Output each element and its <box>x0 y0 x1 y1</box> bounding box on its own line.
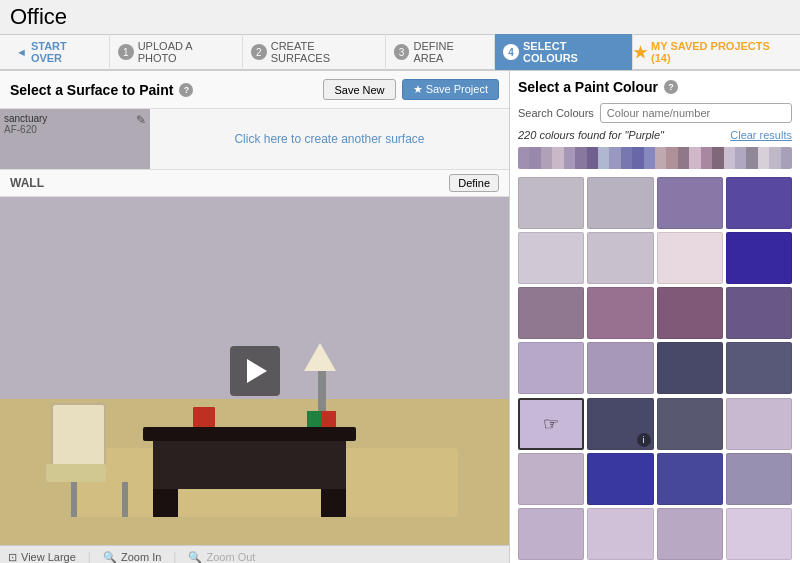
color-strip-segment[interactable] <box>735 147 746 169</box>
color-swatch[interactable] <box>726 508 792 560</box>
color-swatch[interactable] <box>657 177 723 229</box>
star-icon: ★ <box>633 43 647 62</box>
wall-row: WALL Define <box>0 170 509 197</box>
color-strip-segment[interactable] <box>587 147 598 169</box>
color-swatch[interactable] <box>657 453 723 505</box>
color-strip-segment[interactable] <box>724 147 735 169</box>
color-swatch[interactable] <box>518 342 584 394</box>
color-strip-segment[interactable] <box>575 147 586 169</box>
color-strip-segment[interactable] <box>644 147 655 169</box>
color-swatch[interactable] <box>587 232 653 284</box>
color-strip-segment[interactable] <box>621 147 632 169</box>
colour-help-icon[interactable]: ? <box>664 80 678 94</box>
color-strip-segment[interactable] <box>712 147 723 169</box>
color-strip-segment[interactable] <box>552 147 563 169</box>
color-strip-segment[interactable] <box>529 147 540 169</box>
view-large-button[interactable]: ⊡ View Large <box>8 551 76 564</box>
color-swatch[interactable] <box>657 287 723 339</box>
color-strip-segment[interactable] <box>541 147 552 169</box>
play-button[interactable] <box>230 346 280 396</box>
chair-seat <box>46 464 106 482</box>
color-swatch[interactable] <box>726 287 792 339</box>
wall-label: WALL <box>10 176 441 190</box>
surface-section-title: Select a Surface to Paint ? <box>10 82 193 98</box>
step4-label: SELECT COLOURS <box>523 40 624 64</box>
color-strip <box>518 147 792 169</box>
color-swatch[interactable] <box>518 287 584 339</box>
color-swatch[interactable] <box>726 453 792 505</box>
chair-back <box>51 403 106 468</box>
color-strip-segment[interactable] <box>564 147 575 169</box>
clear-results-button[interactable]: Clear results <box>730 129 792 141</box>
color-swatch[interactable] <box>518 177 584 229</box>
nav-start-over[interactable]: ◄ START OVER <box>8 34 110 70</box>
room-image-container <box>0 197 509 545</box>
color-strip-segment[interactable] <box>769 147 780 169</box>
desk-leg-right <box>321 489 346 517</box>
save-project-button[interactable]: ★ Save Project <box>402 79 499 100</box>
step2-num: 2 <box>251 44 267 60</box>
arrow-left-icon: ◄ <box>16 46 27 58</box>
cursor-icon: ☞ <box>543 413 559 435</box>
zoom-in-button[interactable]: 🔍 Zoom In <box>103 551 161 564</box>
nav-step-1[interactable]: 1 UPLOAD A PHOTO <box>110 34 243 70</box>
header-buttons: Save New ★ Save Project <box>323 79 499 100</box>
color-swatch[interactable] <box>587 342 653 394</box>
step1-label: UPLOAD A PHOTO <box>138 40 234 64</box>
color-strip-segment[interactable] <box>518 147 529 169</box>
color-swatch[interactable] <box>518 232 584 284</box>
zoom-out-button[interactable]: 🔍 Zoom Out <box>188 551 255 564</box>
color-swatch[interactable] <box>587 508 653 560</box>
results-info: 220 colours found for "Purple" Clear res… <box>518 129 792 141</box>
color-swatch[interactable] <box>726 398 792 450</box>
color-swatch[interactable] <box>518 508 584 560</box>
chair-leg-left <box>71 482 77 517</box>
color-swatch[interactable] <box>726 232 792 284</box>
zoom-out-icon: 🔍 <box>188 551 202 564</box>
color-strip-segment[interactable] <box>666 147 677 169</box>
results-query: "Purple" <box>624 129 664 141</box>
color-grid: ☞i <box>518 177 792 560</box>
desk-body <box>153 441 346 490</box>
color-strip-segment[interactable] <box>701 147 712 169</box>
color-swatch[interactable] <box>587 177 653 229</box>
nav-step-4[interactable]: 4 SELECT COLOURS <box>495 34 633 70</box>
paint-colour-title: Select a Paint Colour <box>518 79 658 95</box>
color-swatch[interactable] <box>657 508 723 560</box>
color-strip-segment[interactable] <box>781 147 792 169</box>
color-strip-segment[interactable] <box>655 147 666 169</box>
color-swatch[interactable] <box>657 398 723 450</box>
surface-area: sanctuary AF-620 ✎ Click here to create … <box>0 109 509 170</box>
desk-leg-left <box>153 489 178 517</box>
color-strip-segment[interactable] <box>758 147 769 169</box>
color-swatch[interactable] <box>726 342 792 394</box>
color-swatch[interactable]: i <box>587 398 653 450</box>
save-new-button[interactable]: Save New <box>323 79 395 100</box>
color-strip-segment[interactable] <box>678 147 689 169</box>
color-swatch[interactable] <box>587 453 653 505</box>
color-strip-segment[interactable] <box>689 147 700 169</box>
nav-step-2[interactable]: 2 CREATE SURFACES <box>243 34 386 70</box>
step3-label: DEFINE AREA <box>413 40 486 64</box>
color-strip-segment[interactable] <box>609 147 620 169</box>
nav-saved-projects[interactable]: ★ MY SAVED PROJECTS (14) <box>633 40 792 64</box>
color-swatch[interactable] <box>726 177 792 229</box>
surface-help-icon[interactable]: ? <box>179 83 193 97</box>
color-swatch[interactable] <box>518 453 584 505</box>
surface-add-button[interactable]: Click here to create another surface <box>150 109 509 169</box>
color-swatch[interactable] <box>587 287 653 339</box>
color-strip-segment[interactable] <box>598 147 609 169</box>
color-swatch[interactable] <box>657 342 723 394</box>
define-button[interactable]: Define <box>449 174 499 192</box>
color-strip-segment[interactable] <box>632 147 643 169</box>
step4-num: 4 <box>503 44 519 60</box>
color-swatch[interactable] <box>657 232 723 284</box>
search-input[interactable] <box>600 103 792 123</box>
surface-swatch[interactable]: sanctuary AF-620 ✎ <box>0 109 150 169</box>
nav-step-3[interactable]: 3 DEFINE AREA <box>386 34 495 70</box>
surface-edit-icon[interactable]: ✎ <box>136 113 146 127</box>
step1-num: 1 <box>118 44 134 60</box>
color-strip-segment[interactable] <box>746 147 757 169</box>
color-swatch[interactable]: ☞ <box>518 398 584 450</box>
view-large-icon: ⊡ <box>8 551 17 564</box>
